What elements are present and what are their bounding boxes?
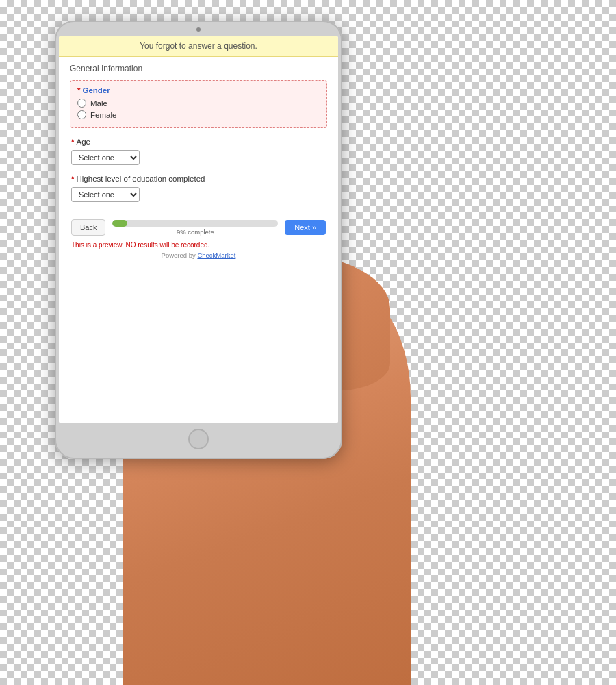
tablet-home-button[interactable] <box>188 429 209 449</box>
preview-notice: This is a preview, NO results will be re… <box>70 238 327 250</box>
progress-label: 9% complete <box>177 228 214 236</box>
survey-footer: Back 9% complete Next » <box>70 219 327 238</box>
progress-area: 9% complete <box>112 220 278 236</box>
tablet-device: You forgot to answer a question. General… <box>55 21 342 459</box>
age-select[interactable]: Select one <box>71 150 140 165</box>
gender-female-radio[interactable] <box>77 110 86 119</box>
age-label-text: Age <box>76 138 90 146</box>
gender-label-text: Gender <box>82 86 110 95</box>
age-question-block: *Age Select one <box>70 138 327 165</box>
gender-question-block: *Gender Male Female <box>70 80 327 128</box>
education-required-star: * <box>71 175 74 183</box>
gender-male-label: Male <box>90 99 107 108</box>
gender-female-option[interactable]: Female <box>77 110 320 119</box>
tablet-camera <box>196 27 201 32</box>
age-question-label: *Age <box>71 138 326 146</box>
education-question-label: *Highest level of education completed <box>71 175 326 183</box>
footer-divider <box>70 212 327 212</box>
warning-text: You forgot to answer a question. <box>140 41 257 51</box>
age-required-star: * <box>71 138 74 146</box>
survey-body: General Information *Gender Male Female <box>59 57 338 423</box>
education-label-text: Highest level of education completed <box>76 175 205 183</box>
scene: You forgot to answer a question. General… <box>0 0 616 685</box>
checkmarket-link[interactable]: CheckMarket <box>197 251 235 259</box>
powered-by: Powered by CheckMarket <box>70 250 327 260</box>
gender-required-star: * <box>77 86 80 95</box>
next-button[interactable]: Next » <box>285 220 326 235</box>
gender-male-option[interactable]: Male <box>77 99 320 108</box>
warning-banner: You forgot to answer a question. <box>59 36 338 57</box>
gender-question-label: *Gender <box>77 86 320 95</box>
powered-by-text: Powered by <box>162 251 198 259</box>
education-select[interactable]: Select one <box>71 187 140 202</box>
back-button[interactable]: Back <box>71 219 105 236</box>
gender-female-label: Female <box>90 111 116 119</box>
progress-bar-inner <box>112 220 127 227</box>
gender-male-radio[interactable] <box>77 99 86 108</box>
progress-bar-outer <box>112 220 278 227</box>
section-title: General Information <box>70 64 327 73</box>
education-question-block: *Highest level of education completed Se… <box>70 175 327 202</box>
tablet-screen: You forgot to answer a question. General… <box>59 36 338 423</box>
